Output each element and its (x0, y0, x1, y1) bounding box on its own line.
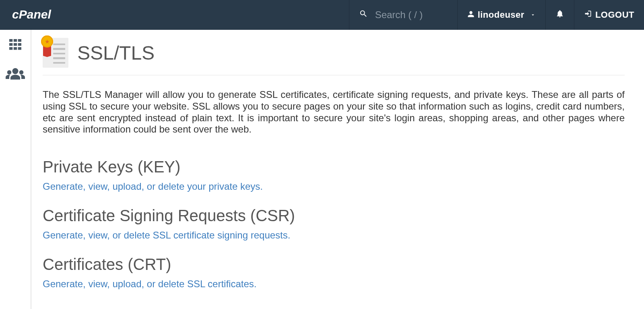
svg-point-12 (19, 70, 24, 75)
logout-label: LOGOUT (595, 10, 634, 20)
svg-rect-7 (9, 47, 12, 50)
search-icon (359, 9, 368, 21)
section-heading-csr: Certificate Signing Requests (CSR) (43, 207, 625, 225)
body: ★ SSL/TLS The SSL/TLS Manager will allow… (0, 30, 644, 309)
svg-rect-8 (14, 47, 17, 50)
search-input[interactable] (375, 9, 448, 21)
bell-icon (555, 9, 564, 21)
logout-icon (584, 10, 592, 20)
logout-button[interactable]: LOGOUT (574, 0, 644, 30)
svg-rect-2 (14, 39, 17, 42)
link-csr[interactable]: Generate, view, or delete SSL certificat… (43, 230, 290, 241)
svg-text:cPanel: cPanel (12, 8, 51, 21)
svg-rect-9 (18, 47, 21, 50)
section-heading-crt: Certificates (CRT) (43, 255, 625, 274)
users-icon (6, 66, 25, 84)
svg-rect-1 (9, 39, 12, 42)
user-menu[interactable]: linodeuser (457, 0, 545, 30)
svg-rect-5 (14, 43, 17, 46)
main-content: ★ SSL/TLS The SSL/TLS Manager will allow… (31, 30, 644, 309)
cpanel-logo[interactable]: cPanel (0, 0, 85, 30)
svg-point-10 (12, 68, 19, 74)
ribbon-medal-icon: ★ (41, 35, 53, 48)
sidebar-apps-button[interactable] (6, 37, 24, 55)
svg-rect-3 (18, 39, 21, 42)
sidebar-users-button[interactable] (6, 66, 24, 84)
intro-text: The SSL/TLS Manager will allow you to ge… (43, 89, 625, 135)
link-private-keys[interactable]: Generate, view, upload, or delete your p… (43, 181, 263, 192)
link-certificates[interactable]: Generate, view, upload, or delete SSL ce… (43, 278, 256, 290)
username-label: linodeuser (478, 10, 524, 20)
svg-point-11 (7, 70, 12, 75)
search-container[interactable] (349, 0, 457, 30)
document-lines-icon (53, 44, 65, 64)
svg-rect-4 (9, 43, 12, 46)
page-title: SSL/TLS (77, 42, 155, 64)
section-heading-key: Private Keys (KEY) (43, 158, 625, 176)
page-icon: ★ (43, 38, 68, 68)
chevron-down-icon (530, 10, 536, 20)
grid-icon (7, 37, 23, 55)
svg-rect-6 (18, 43, 21, 46)
top-bar: cPanel linodeuser LOGOUT (0, 0, 644, 30)
notifications-button[interactable] (545, 0, 574, 30)
user-icon (467, 10, 475, 20)
sidebar (0, 30, 31, 309)
page-header: ★ SSL/TLS (43, 38, 625, 75)
